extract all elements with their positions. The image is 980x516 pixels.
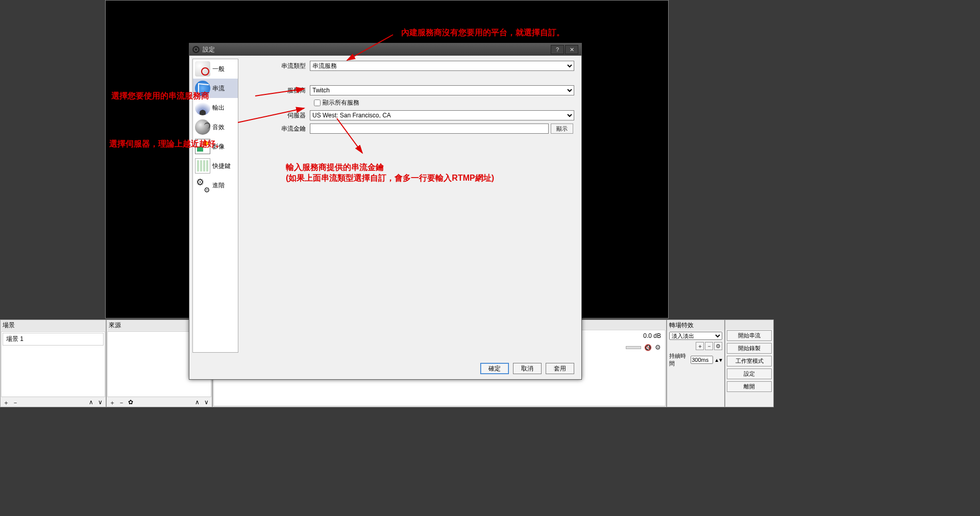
transition-remove-button[interactable]: － (705, 342, 713, 350)
stream-type-label: 串流類型 (249, 62, 310, 70)
settings-dialog: 設定 ? ✕ 一般 串流 輸出 音效 影像 快捷鍵 進階 串流類型 串流服務 服… (189, 43, 582, 380)
source-down-button[interactable]: ∨ (203, 399, 210, 406)
stream-type-select[interactable]: 串流服務 (310, 61, 574, 71)
sidebar-item-audio[interactable]: 音效 (193, 117, 238, 137)
duration-stepper[interactable]: ▲▼ (714, 357, 722, 363)
settings-button[interactable]: 設定 (727, 368, 772, 379)
scene-up-button[interactable]: ∧ (87, 399, 94, 406)
transitions-title: 轉場特效 (667, 320, 724, 331)
mute-icon[interactable]: 🔇 (644, 344, 652, 351)
scene-item[interactable]: 場景 1 (3, 333, 104, 346)
sidebar-label: 快捷鍵 (212, 162, 231, 170)
transition-props-button[interactable]: ⚙ (714, 342, 722, 350)
sidebar-item-stream[interactable]: 串流 (193, 79, 238, 98)
transition-add-button[interactable]: ＋ (696, 342, 704, 350)
sidebar-item-output[interactable]: 輸出 (193, 98, 238, 117)
dialog-titlebar[interactable]: 設定 ? ✕ (189, 43, 581, 56)
source-props-button[interactable]: ✿ (127, 399, 134, 406)
show-all-checkbox[interactable] (314, 100, 321, 106)
show-key-button[interactable]: 顯示 (551, 124, 573, 134)
sidebar-item-general[interactable]: 一般 (193, 59, 238, 79)
service-label: 服務商 (249, 86, 310, 95)
stream-key-label: 串流金鑰 (249, 125, 310, 133)
settings-content: 串流類型 串流服務 服務商 Twitch 顯示所有服務 伺服器 US West:… (241, 56, 581, 379)
obs-icon (192, 46, 200, 53)
video-icon (195, 139, 210, 154)
sidebar-item-advanced[interactable]: 進階 (193, 176, 238, 195)
mixer-slider[interactable] (626, 346, 641, 349)
help-button[interactable]: ? (551, 45, 564, 54)
studio-mode-button[interactable]: 工作室模式 (727, 356, 772, 366)
service-select[interactable]: Twitch (310, 85, 574, 95)
duration-label: 持續時間 (669, 352, 690, 367)
scenes-title: 場景 (1, 320, 106, 331)
duration-input[interactable] (691, 356, 713, 364)
sidebar-item-hotkeys[interactable]: 快捷鍵 (193, 156, 238, 176)
advanced-icon (195, 178, 210, 193)
mixer-gear-icon[interactable]: ⚙ (655, 343, 661, 351)
stream-key-input[interactable] (310, 124, 549, 134)
start-record-button[interactable]: 開始錄製 (727, 343, 772, 354)
source-up-button[interactable]: ∧ (193, 399, 201, 406)
start-stream-button[interactable]: 開始串流 (727, 330, 772, 341)
sidebar-label: 串流 (212, 84, 225, 93)
sidebar-label: 影像 (212, 142, 225, 151)
mixer-db: 0.0 dB (643, 332, 661, 339)
apply-button[interactable]: 套用 (546, 363, 574, 374)
close-button[interactable]: ✕ (565, 45, 578, 54)
add-source-button[interactable]: ＋ (109, 399, 116, 406)
controls-dock: 開始串流 開始錄製 工作室模式 設定 離開 (725, 320, 774, 407)
ok-button[interactable]: 確定 (480, 363, 509, 374)
remove-scene-button[interactable]: － (12, 399, 19, 406)
server-label: 伺服器 (249, 111, 310, 120)
exit-button[interactable]: 離開 (727, 381, 772, 392)
general-icon (195, 61, 210, 77)
scenes-dock: 場景 場景 1 ＋ － ∧ ∨ (0, 320, 106, 407)
output-icon (195, 100, 210, 115)
add-scene-button[interactable]: ＋ (3, 399, 10, 406)
dialog-title: 設定 (203, 45, 215, 54)
scene-down-button[interactable]: ∨ (96, 399, 104, 406)
audio-icon (195, 119, 210, 135)
settings-sidebar: 一般 串流 輸出 音效 影像 快捷鍵 進階 (189, 56, 241, 379)
transition-select[interactable]: 淡入淡出 (669, 332, 722, 340)
cancel-button[interactable]: 取消 (513, 363, 542, 374)
stream-icon (195, 81, 210, 96)
sidebar-label: 輸出 (212, 104, 225, 112)
hotkey-icon (195, 158, 210, 174)
sidebar-label: 一般 (212, 65, 225, 73)
show-all-label: 顯示所有服務 (323, 99, 359, 107)
transitions-dock: 轉場特效 淡入淡出 ＋ － ⚙ 持續時間 ▲▼ (667, 320, 725, 407)
sidebar-item-video[interactable]: 影像 (193, 137, 238, 156)
server-select[interactable]: US West: San Francisco, CA (310, 110, 574, 120)
sidebar-label: 進階 (212, 181, 225, 190)
remove-source-button[interactable]: － (118, 399, 125, 406)
sidebar-label: 音效 (212, 123, 225, 132)
